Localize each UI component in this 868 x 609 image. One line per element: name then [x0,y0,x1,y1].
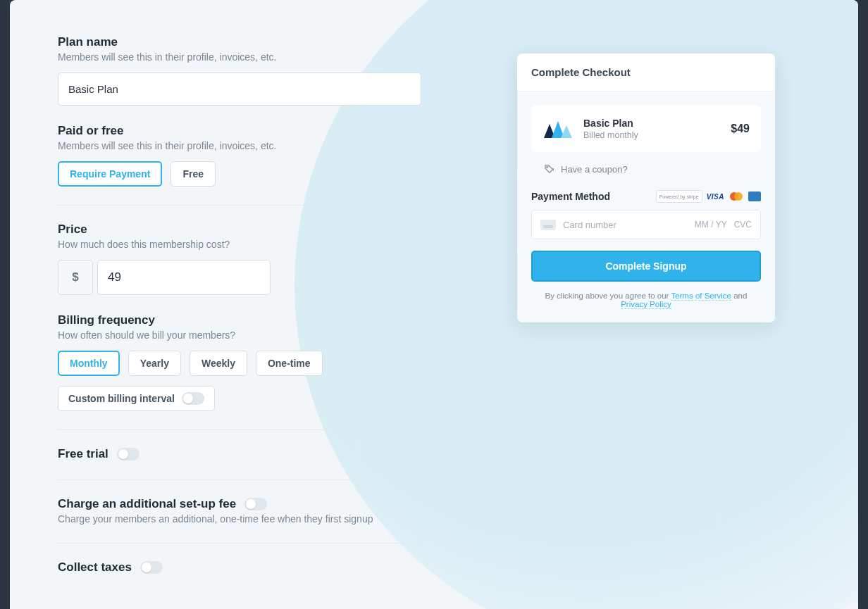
divider [58,543,421,544]
free-trial-toggle[interactable] [117,448,140,460]
plan-name-label: Plan name [58,35,447,49]
coupon-link[interactable]: Have a coupon? [544,163,761,175]
preview-billed: Billed monthly [583,130,721,140]
svg-point-0 [547,166,548,168]
divider [58,429,421,430]
price-sublabel: How much does this membership cost? [58,239,447,250]
setup-fee-toggle[interactable] [244,498,267,510]
free-button[interactable]: Free [170,161,216,187]
frequency-monthly-button[interactable]: Monthly [58,351,120,376]
card-cvc-placeholder: CVC [734,220,752,230]
terms-link[interactable]: Terms of Service [671,291,731,301]
preview-plan-name: Basic Plan [583,118,721,129]
coupon-text: Have a coupon? [561,164,628,175]
plan-name-sublabel: Members will see this in their profile, … [58,51,447,63]
custom-interval-row: Custom billing interval [58,386,215,411]
price-label: Price [58,222,447,237]
plan-summary: Basic Plan Billed monthly $49 [531,106,761,152]
payment-method-label: Payment Method [531,191,610,202]
divider [58,205,421,206]
svg-point-2 [734,192,743,201]
visa-icon: VISA [707,193,724,201]
frequency-weekly-button[interactable]: Weekly [190,351,247,376]
checkout-preview-card: Complete Checkout Basic [517,54,775,322]
frequency-onetime-button[interactable]: One-time [256,351,323,376]
setup-fee-label: Charge an additional set-up fee [58,497,236,511]
custom-interval-label: Custom billing interval [68,393,175,404]
plan-name-input[interactable] [58,73,421,106]
payment-badges: Powered by stripe VISA [656,190,761,203]
tag-icon [544,163,555,175]
agree-text: By clicking above you agree to our Terms… [531,291,761,308]
custom-interval-toggle[interactable] [182,392,204,405]
card-icon [540,220,556,230]
mastercard-icon [728,192,744,201]
free-trial-label: Free trial [58,447,108,461]
agree-mid: and [731,291,747,300]
checkout-title: Complete Checkout [517,54,775,92]
frequency-yearly-button[interactable]: Yearly [128,351,181,376]
paid-or-free-label: Paid or free [58,124,447,138]
collect-taxes-label: Collect taxes [58,560,132,575]
frequency-sublabel: How often should we bill your members? [58,329,447,341]
agree-pre: By clicking above you agree to our [545,291,671,300]
frequency-label: Billing frequency [58,313,447,327]
require-payment-button[interactable]: Require Payment [58,161,162,187]
card-number-input[interactable]: Card number MM / YY CVC [531,210,761,239]
stripe-badge-icon: Powered by stripe [656,190,702,203]
card-exp-placeholder: MM / YY [695,220,727,230]
amex-icon [748,192,761,201]
card-placeholder: Card number [563,220,688,230]
brand-logo-icon [542,117,574,141]
privacy-link[interactable]: Privacy Policy [621,300,671,309]
currency-symbol: $ [58,260,93,295]
complete-signup-button[interactable]: Complete Signup [531,251,761,282]
collect-taxes-toggle[interactable] [140,561,163,574]
paid-or-free-sublabel: Members will see this in their profile, … [58,140,447,151]
setup-fee-sublabel: Charge your members an additional, one-t… [58,513,447,525]
price-input[interactable] [97,260,271,295]
preview-price: $49 [731,123,750,135]
divider [58,479,421,480]
